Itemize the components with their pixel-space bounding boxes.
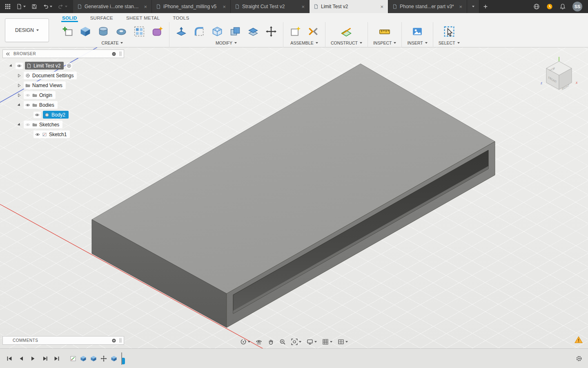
eye-icon[interactable] <box>35 132 40 137</box>
sketch1-pill[interactable]: Sketch1 <box>33 130 70 138</box>
tab-list-dropdown-button[interactable] <box>467 0 479 13</box>
eye-hidden-icon[interactable] <box>25 122 30 127</box>
extensions-button[interactable] <box>533 3 540 10</box>
comments-header[interactable]: COMMENTS <box>2 336 124 345</box>
document-tab-straight-cut-test[interactable]: Straight Cut Test v2 × <box>231 0 310 13</box>
avatar[interactable]: SS <box>572 2 582 11</box>
close-tab-icon[interactable]: × <box>143 3 148 10</box>
body2-pill-selected[interactable]: Body2 <box>43 111 69 119</box>
timeline-sketch-feature[interactable] <box>69 355 77 362</box>
select-group-dropdown[interactable]: SELECT <box>439 40 460 45</box>
modify-group-dropdown[interactable]: MODIFY <box>216 40 237 45</box>
joint-button[interactable] <box>307 25 320 38</box>
panel-drag-grip[interactable] <box>120 52 121 56</box>
browser-item-root[interactable]: Limit Test v2 <box>2 61 124 70</box>
document-tab-generative[interactable]: Generative i...one stand v3 × <box>73 0 152 13</box>
body2-visibility-toggle[interactable] <box>33 112 41 118</box>
select-button[interactable] <box>443 25 456 38</box>
grid-snap-button[interactable] <box>322 339 332 345</box>
collapse-arrow-icon[interactable] <box>16 102 22 108</box>
activate-component-radio[interactable] <box>66 63 72 69</box>
look-at-button[interactable] <box>256 339 262 345</box>
root-visibility-toggle[interactable] <box>16 63 23 69</box>
close-tab-icon[interactable]: × <box>458 3 463 10</box>
browser-item-sketches[interactable]: Sketches <box>2 120 124 129</box>
inspect-group-dropdown[interactable]: INSPECT <box>373 40 396 45</box>
document-settings-pill[interactable]: Document Settings <box>24 72 77 79</box>
app-grid-button[interactable] <box>5 4 11 9</box>
tab-sheet-metal[interactable]: SHEET METAL <box>125 15 160 22</box>
file-menu-button[interactable] <box>16 4 26 9</box>
notifications-button[interactable] <box>559 3 566 10</box>
insert-group-dropdown[interactable]: INSERT <box>407 40 427 45</box>
viewport-3d[interactable]: BROWSER Limit Test v2 <box>0 47 588 348</box>
fit-button[interactable] <box>291 339 301 345</box>
construct-group-dropdown[interactable]: CONSTRUCT <box>331 40 362 45</box>
playhead-grip[interactable] <box>122 358 125 364</box>
construction-plane-button[interactable] <box>340 25 353 38</box>
combine-button[interactable] <box>229 25 242 38</box>
orbit-button[interactable] <box>240 339 250 345</box>
redo-button[interactable] <box>58 4 67 9</box>
minimize-panel-icon[interactable] <box>111 52 116 56</box>
browser-item-sketch1[interactable]: Sketch1 <box>2 130 124 139</box>
viewports-button[interactable] <box>338 339 348 345</box>
expand-arrow-icon[interactable] <box>16 83 22 88</box>
insert-button[interactable] <box>411 25 424 38</box>
document-tab-phone-stand-part[interactable]: Phone stand...er part v3* × <box>388 0 467 13</box>
named-views-pill[interactable]: Named Views <box>24 81 66 89</box>
panel-drag-grip[interactable] <box>120 338 121 343</box>
close-tab-icon[interactable]: × <box>300 3 306 10</box>
document-tab-limit-test-active[interactable]: Limit Test v2 × <box>310 0 388 13</box>
shell-button[interactable] <box>211 25 224 38</box>
browser-item-document-settings[interactable]: Document Settings <box>2 71 124 80</box>
tab-tools[interactable]: TOOLS <box>172 15 190 22</box>
skip-to-end-button[interactable] <box>53 355 60 362</box>
root-document-pill[interactable]: Limit Test v2 <box>25 62 64 70</box>
timeline-extrude-feature-2[interactable] <box>90 355 97 362</box>
timeline-move-feature[interactable] <box>100 355 107 362</box>
create-form-button[interactable] <box>151 25 164 38</box>
workspace-switcher-button[interactable]: DESIGN <box>5 18 49 42</box>
timeline-extrude-feature-1[interactable] <box>80 355 87 362</box>
torus-primitive-button[interactable] <box>115 25 128 38</box>
save-button[interactable] <box>31 4 37 9</box>
close-tab-icon[interactable]: × <box>221 3 227 10</box>
new-document-button[interactable] <box>479 0 492 13</box>
assemble-group-dropdown[interactable]: ASSEMBLE <box>290 40 318 45</box>
tab-solid[interactable]: SOLID <box>61 15 78 22</box>
offset-face-button[interactable] <box>247 25 260 38</box>
rectangular-pattern-button[interactable] <box>133 25 146 38</box>
expand-arrow-icon[interactable] <box>16 92 22 98</box>
create-sketch-button[interactable] <box>61 25 74 38</box>
origin-pill[interactable]: Origin <box>24 91 56 99</box>
press-pull-button[interactable] <box>175 25 188 38</box>
box-primitive-button[interactable] <box>79 25 92 38</box>
browser-item-bodies[interactable]: Bodies <box>2 101 124 109</box>
new-component-button[interactable] <box>289 25 302 38</box>
browser-header[interactable]: BROWSER <box>2 49 124 58</box>
browser-item-body2[interactable]: Body2 <box>2 110 124 119</box>
fillet-button[interactable] <box>193 25 206 38</box>
display-settings-button[interactable] <box>307 339 317 345</box>
eye-hidden-icon[interactable] <box>25 93 30 98</box>
warning-indicator[interactable] <box>575 336 583 345</box>
collapse-arrow-icon[interactable] <box>8 63 13 68</box>
sketches-pill[interactable]: Sketches <box>24 121 62 128</box>
browser-item-named-views[interactable]: Named Views <box>2 81 124 90</box>
timeline-playhead[interactable] <box>121 352 125 365</box>
create-group-dropdown[interactable]: CREATE <box>102 40 123 45</box>
job-status-button[interactable] <box>546 3 553 10</box>
cylinder-primitive-button[interactable] <box>97 25 110 38</box>
collapse-panel-icon[interactable] <box>5 52 10 56</box>
play-button[interactable] <box>29 355 37 362</box>
pan-button[interactable] <box>267 339 274 345</box>
skip-to-start-button[interactable] <box>6 355 13 362</box>
undo-button[interactable] <box>43 4 52 9</box>
browser-item-origin[interactable]: Origin <box>2 91 124 99</box>
step-back-button[interactable] <box>18 355 25 362</box>
bodies-pill[interactable]: Bodies <box>24 101 58 109</box>
timeline-extrude-feature-3[interactable] <box>110 355 118 362</box>
step-forward-button[interactable] <box>41 355 49 362</box>
collapse-arrow-icon[interactable] <box>16 122 22 127</box>
